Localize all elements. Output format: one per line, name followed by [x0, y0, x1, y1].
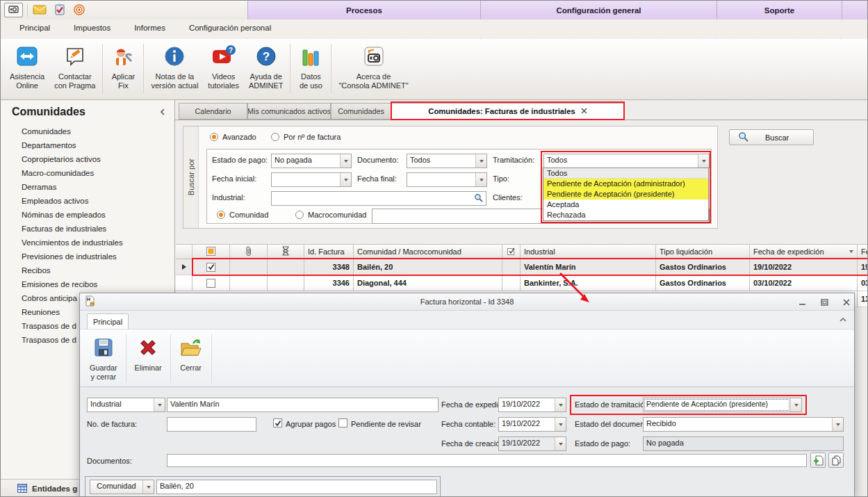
sidebar-item-previsiones[interactable]: Previsiones de industriales	[22, 252, 117, 261]
notas-version-button[interactable]: Notas de la versión actual	[146, 41, 203, 95]
magnifier-icon[interactable]	[474, 193, 483, 204]
acerca-de-button[interactable]: Acerca de "Consola ADMINET"	[334, 41, 413, 95]
sidebar-item-facturas-industriales[interactable]: Facturas de industriales	[22, 225, 106, 233]
grid-header-id-factura[interactable]: Id. Factura	[304, 245, 354, 259]
divider	[211, 334, 212, 383]
dialog-tab-principal[interactable]: Principal	[87, 313, 129, 329]
no-factura-field[interactable]	[167, 417, 256, 432]
grid-header-fecha-expedicion[interactable]: Fecha de expedición	[750, 245, 858, 259]
row-checkbox[interactable]	[193, 259, 230, 275]
doc-tab-comunicados[interactable]: Mis comunicados activos	[247, 103, 331, 120]
fecha-creacion-combo[interactable]: 19/10/2022	[498, 437, 566, 451]
agrupar-pagos-checkbox[interactable]	[273, 418, 282, 427]
grid-header-attachment[interactable]	[230, 245, 268, 259]
contactar-pragma-button[interactable]: Contactar con Pragma	[49, 41, 100, 95]
fecha-final-combo[interactable]	[407, 172, 487, 187]
sidebar-item-cobros-anticipados[interactable]: Cobros anticipa	[22, 294, 77, 302]
dropdown-option[interactable]: Rechazada	[543, 210, 708, 220]
sidebar-item-nominas[interactable]: Nóminas de empleados	[22, 211, 106, 219]
grid-header-industrial[interactable]: Industrial	[521, 245, 656, 259]
grid-header-tipo-liquidacion[interactable]: Tipo liquidación	[656, 245, 750, 259]
row-checkbox[interactable]	[193, 275, 230, 291]
industrial-value-field[interactable]: Valentín Marín	[167, 398, 439, 412]
minimize-button[interactable]	[794, 297, 810, 307]
add-document-button[interactable]	[810, 453, 826, 468]
maximize-button[interactable]	[816, 297, 833, 307]
sidebar-item-derramas[interactable]: Derramas	[22, 183, 56, 191]
clipboard-check-icon[interactable]	[54, 3, 66, 17]
radio-por-num-factura[interactable]	[271, 133, 279, 141]
grid-header-fecha-2[interactable]: Fech	[858, 245, 868, 259]
pendiente-revisar-checkbox[interactable]	[338, 418, 347, 427]
tab-informes[interactable]: Informes	[122, 19, 177, 36]
quick-access-bar: Procesos Configuración general Soporte	[1, 1, 868, 19]
sidebar-item-recibos[interactable]: Recibos	[22, 266, 51, 275]
documento-label: Documento:	[357, 156, 398, 164]
sidebar-item-traspasos-1[interactable]: Traspasos de d	[22, 322, 76, 330]
sidebar-item-traspasos-2[interactable]: Traspasos de d	[22, 336, 76, 344]
documento-combo[interactable]: Todos	[407, 154, 487, 168]
radio-avanzado[interactable]	[210, 133, 218, 141]
tab-impuestos[interactable]: Impuestos	[62, 19, 122, 36]
videos-tutoriales-button[interactable]: ? Videos tutoriales	[203, 41, 244, 95]
adminet-logo-button[interactable]	[4, 3, 23, 17]
documentos-field[interactable]	[167, 454, 807, 467]
aplicar-fix-button[interactable]: Aplicar Fix	[105, 41, 141, 95]
close-tab-icon[interactable]	[581, 107, 587, 115]
dropdown-option-highlighted[interactable]: Pendiente de Aceptación (presidente)	[543, 189, 708, 199]
sidebar-item-departamentos[interactable]: Departamentos	[22, 141, 76, 149]
comunidad-selector-combo[interactable]: Comunidad	[90, 480, 154, 494]
eliminar-button[interactable]: Eliminar	[129, 332, 167, 384]
datos-de-uso-button[interactable]: Datos de uso	[293, 41, 329, 95]
doc-tab-comunidades[interactable]: Comunidades	[331, 103, 391, 120]
estado-documento-combo[interactable]: Recibido	[643, 417, 844, 432]
tab-principal[interactable]: Principal	[8, 19, 62, 36]
dropdown-option[interactable]: Aceptada	[543, 199, 708, 210]
buscar-button[interactable]: Buscar	[729, 129, 814, 145]
fecha-expedicion-combo[interactable]: 19/10/2022	[498, 398, 566, 412]
tab-configuracion-personal[interactable]: Configuración personal	[177, 19, 283, 36]
dialog-titlebar[interactable]: H Factura horizontal - Id 3348	[80, 293, 854, 311]
grid-header-pending[interactable]	[268, 245, 304, 259]
tramitacion-combo[interactable]: Todos	[543, 154, 710, 168]
asistencia-online-button[interactable]: Asistencia Online	[5, 41, 49, 95]
estado-pago-combo[interactable]: No pagada	[271, 154, 352, 168]
estado-pago-label: Estado de pago:	[575, 439, 630, 448]
fecha-inicial-combo[interactable]	[271, 172, 352, 187]
sidebar-item-emisiones[interactable]: Emisiones de recibos	[22, 280, 97, 288]
ayuda-adminet-button[interactable]: ? Ayuda de ADMINET	[244, 41, 288, 95]
estado-tramitacion-combo[interactable]: Pendiente de Aceptación (presidente)	[643, 398, 802, 412]
industrial-selector-combo[interactable]: Industrial	[87, 398, 165, 412]
grid-row-3348[interactable]: 3348 Bailén, 20 Valentín Marín Gastos Or…	[176, 259, 868, 275]
doc-tab-facturas-active[interactable]: Comunidades: Facturas de industriales	[391, 103, 624, 120]
grid-header-comunidad[interactable]: Comunidad / Macrocomunidad	[354, 245, 502, 259]
dropdown-option[interactable]: Todos	[543, 168, 708, 179]
sidebar-collapse-icon[interactable]	[159, 108, 166, 117]
sidebar-item-empleados[interactable]: Empleados activos	[22, 197, 89, 205]
sidebar-item-copropietarios[interactable]: Copropietarios activos	[22, 155, 101, 163]
close-button[interactable]	[838, 297, 855, 307]
broadcast-icon[interactable]	[73, 3, 85, 17]
checkbox-unchecked[interactable]	[206, 279, 215, 288]
cerrar-button[interactable]: Cerrar	[174, 332, 208, 384]
ribbon-toolbar: Asistencia Online Contactar con Pragma A…	[1, 39, 868, 100]
mail-icon[interactable]	[33, 4, 47, 17]
dropdown-option-highlighted[interactable]: Pendiente de Aceptación (administrador)	[543, 179, 708, 189]
grid-header-select-all[interactable]	[193, 245, 230, 259]
sidebar-item-vencimientos[interactable]: Vencimientos de industriales	[22, 238, 123, 247]
fecha-contable-combo[interactable]: 19/10/2022	[498, 417, 566, 432]
industrial-field[interactable]	[271, 191, 486, 206]
radio-comunidad[interactable]	[217, 211, 225, 219]
sidebar-item-comunidades[interactable]: Comunidades	[22, 127, 71, 136]
checkbox-checked[interactable]	[206, 263, 215, 272]
guardar-cerrar-button[interactable]: Guardar y cerrar	[84, 332, 123, 384]
comunidad-value-field[interactable]: Bailén, 20	[156, 480, 437, 494]
grid-header-revisado[interactable]	[502, 245, 521, 259]
sidebar-item-reuniones[interactable]: Reuniones	[22, 308, 60, 316]
grid-row-3346[interactable]: 3346 Diagonal, 444 Bankinter, S.A. Gasto…	[176, 275, 868, 291]
collapse-ribbon-icon[interactable]	[839, 316, 847, 324]
doc-tab-calendario[interactable]: Calendario	[179, 103, 247, 120]
radio-macrocomunidad[interactable]	[295, 211, 304, 219]
copy-document-button[interactable]	[828, 453, 844, 468]
sidebar-item-macrocomunidades[interactable]: Macro-comunidades	[22, 169, 94, 177]
